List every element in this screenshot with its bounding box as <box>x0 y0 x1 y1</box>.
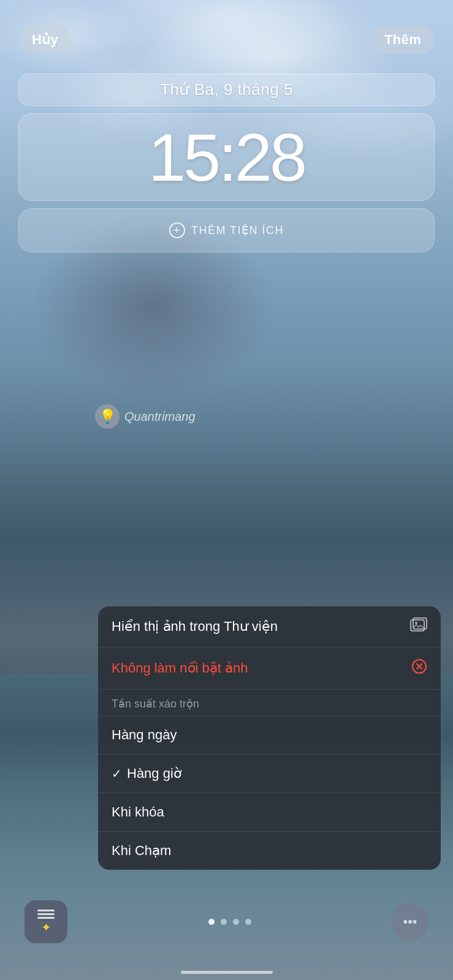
menu-item-no-feature[interactable]: Không làm nổi bật ảnh <box>98 647 441 690</box>
lines-icon <box>37 910 55 919</box>
menu-item-hourly[interactable]: ✓ Hàng giờ <box>98 755 441 793</box>
no-feature-label: Không làm nổi bật ảnh <box>112 660 248 676</box>
shuffle-frequency-header: Tần suất xáo trộn <box>98 690 441 716</box>
plus-circle-icon: + <box>169 222 185 238</box>
date-widget: Thứ Ba, 9 tháng 5 <box>18 74 435 106</box>
photo-gallery-icon <box>410 617 427 636</box>
hourly-label: Hàng giờ <box>127 766 181 782</box>
add-widget-label: THÊM TIỆN ÍCH <box>191 224 284 237</box>
menu-item-daily[interactable]: Hàng ngày <box>98 716 441 755</box>
daily-label: Hàng ngày <box>112 727 177 743</box>
menu-item-on-tap[interactable]: Khi Chạm <box>98 832 441 870</box>
x-circle-icon <box>411 658 427 678</box>
on-lock-label: Khi khóa <box>112 804 164 820</box>
top-bar: Hủy Thêm <box>0 0 453 61</box>
dot-1 <box>208 919 215 925</box>
add-widget-button[interactable]: + THÊM TIỆN ÍCH <box>18 208 435 252</box>
watermark: 💡 Quantrimang <box>95 404 196 429</box>
menu-item-on-lock[interactable]: Khi khóa <box>98 793 441 832</box>
more-button[interactable]: ••• <box>392 903 428 940</box>
svg-point-2 <box>415 622 417 624</box>
page-dots <box>208 919 251 925</box>
more-dots-icon: ••• <box>403 914 417 930</box>
styles-button[interactable]: ✦ <box>25 900 67 943</box>
add-button[interactable]: Thêm <box>371 26 435 54</box>
lock-screen-content: Thứ Ba, 9 tháng 5 15:28 + THÊM TIỆN ÍCH <box>0 61 453 265</box>
time-widget: 15:28 <box>18 113 435 201</box>
context-menu: Hiển thị ảnh trong Thư viện Không làm nổ… <box>98 606 441 870</box>
show-photo-label: Hiển thị ảnh trong Thư viện <box>112 619 278 635</box>
on-tap-label: Khi Chạm <box>112 843 171 859</box>
dot-2 <box>221 919 227 925</box>
watermark-text: Quantrimang <box>124 410 196 424</box>
dot-4 <box>245 919 251 925</box>
menu-item-show-photo[interactable]: Hiển thị ảnh trong Thư viện <box>98 606 441 647</box>
checkmark-icon: ✓ <box>112 766 122 781</box>
cancel-button[interactable]: Hủy <box>18 26 72 54</box>
hourly-item-left: ✓ Hàng giờ <box>112 766 181 782</box>
sparkle-icon: ✦ <box>41 920 51 935</box>
dot-3 <box>233 919 239 925</box>
lightbulb-icon: 💡 <box>95 404 120 429</box>
bottom-bar: ✦ ••• <box>0 882 453 980</box>
